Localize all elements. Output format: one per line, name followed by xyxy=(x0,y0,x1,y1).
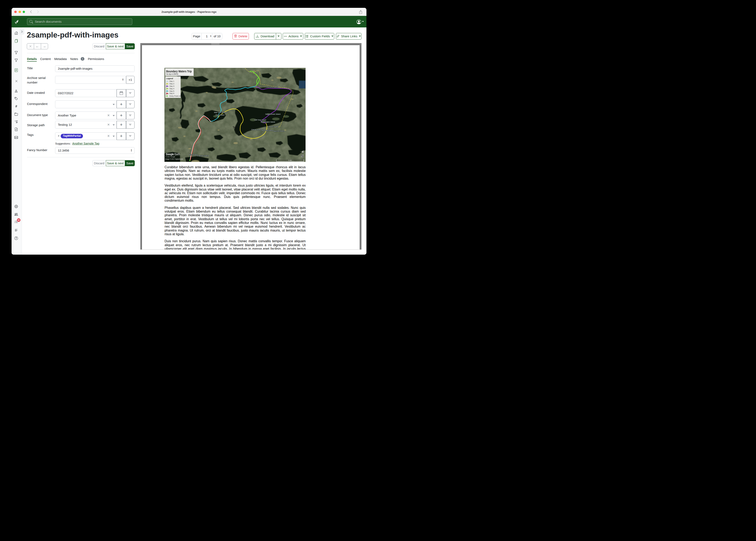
svg-text:Six days in BWCA: Six days in BWCA xyxy=(166,73,178,75)
svg-text:Google Earth: Google Earth xyxy=(166,153,180,156)
svg-text:© 2017 Google: © 2017 Google xyxy=(166,156,175,158)
svg-text:Day 1: Day 1 xyxy=(170,80,174,82)
svg-text:Day 4: Day 4 xyxy=(170,87,174,90)
svg-text:Day 3: Day 3 xyxy=(170,85,174,87)
svg-text:Image © 2017 DigitalGlobe: Image © 2017 DigitalGlobe xyxy=(165,158,183,160)
svg-text:Gary Island: Gary Island xyxy=(216,114,224,116)
svg-text:3 mi: 3 mi xyxy=(288,159,292,162)
svg-text:Hausons Island: Hausons Island xyxy=(266,86,278,88)
svg-text:Legend: Legend xyxy=(166,78,173,80)
svg-text:Lincoln Island: Lincoln Island xyxy=(268,126,278,128)
svg-text:Boundary Waters Trip: Boundary Waters Trip xyxy=(166,70,192,73)
svg-text:Day 6: Day 6 xyxy=(170,92,174,94)
svg-text:Indian Grave Island: Indian Grave Island xyxy=(265,113,280,115)
svg-text:Squirrel Island: Squirrel Island xyxy=(273,130,284,132)
svg-text:Entry Point 24: Entry Point 24 xyxy=(170,95,181,97)
svg-text:Charlies Island: Charlies Island xyxy=(197,155,209,157)
svg-text:N: N xyxy=(301,154,304,158)
svg-text:Day 2: Day 2 xyxy=(170,83,174,85)
svg-text:Washington Island: Washington Island xyxy=(261,121,275,123)
svg-text:Norway Island: Norway Island xyxy=(262,130,273,131)
svg-text:New York Island: New York Island xyxy=(214,111,227,113)
svg-text:Text: Text xyxy=(233,126,238,129)
svg-text:Canoe Island: Canoe Island xyxy=(251,129,262,131)
svg-text:Day 5: Day 5 xyxy=(170,90,174,92)
svg-text:Half Dog Island: Half Dog Island xyxy=(254,119,266,121)
svg-text:Mile Island: Mile Island xyxy=(189,154,197,156)
